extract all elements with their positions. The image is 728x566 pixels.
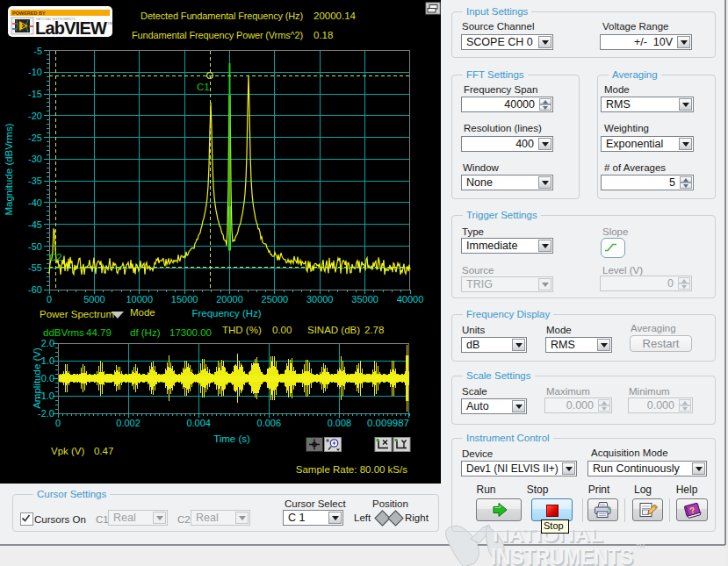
svg-text:POWERED BY: POWERED BY (12, 11, 46, 16)
svg-text:df (Hz): df (Hz) (130, 327, 161, 338)
svg-text:THD (%): THD (%) (222, 325, 262, 335)
svg-text:20000.14: 20000.14 (314, 11, 357, 21)
svg-text:ddBVrms: ddBVrms (43, 327, 84, 338)
svg-text:40000: 40000 (397, 294, 424, 304)
svg-text:Sample Rate: 80.00 kS/s: Sample Rate: 80.00 kS/s (296, 464, 407, 475)
svg-text:C2: C2 (49, 252, 62, 262)
svg-text:Fundamental Frequency Power (V: Fundamental Frequency Power (Vrms^2) (132, 30, 303, 40)
svg-text:Mode: Mode (130, 307, 155, 318)
svg-text:0.008: 0.008 (328, 418, 352, 428)
svg-text:10000: 10000 (126, 294, 154, 304)
svg-text:-45: -45 (28, 219, 42, 230)
svg-text:0: 0 (55, 418, 61, 428)
svg-text:0: 0 (47, 294, 52, 304)
svg-text:LabVIEW: LabVIEW (35, 18, 107, 38)
svg-text:-50: -50 (28, 241, 42, 252)
svg-text:Frequency (Hz): Frequency (Hz) (191, 308, 261, 319)
svg-text:0.47: 0.47 (94, 446, 113, 456)
svg-text:-10: -10 (28, 67, 42, 77)
svg-text:Detected Fundamental Frequency: Detected Fundamental Frequency (Hz) (141, 11, 303, 21)
svg-text:25000: 25000 (262, 294, 289, 304)
svg-text:0.009987: 0.009987 (367, 418, 409, 428)
svg-text:-15: -15 (28, 89, 42, 99)
svg-text:0.002: 0.002 (116, 418, 141, 428)
svg-text:0.004: 0.004 (186, 418, 211, 428)
svg-text:35000: 35000 (351, 294, 378, 304)
svg-text:2.78: 2.78 (364, 325, 384, 335)
svg-text:TM: TM (107, 21, 112, 25)
svg-text:-25: -25 (28, 133, 42, 143)
svg-text:0.0: 0.0 (41, 373, 54, 383)
svg-text:15000: 15000 (171, 294, 198, 304)
svg-text:Magnitude (dBVrms): Magnitude (dBVrms) (4, 123, 14, 215)
svg-text:0.18: 0.18 (314, 30, 333, 40)
svg-text:C1: C1 (197, 82, 210, 92)
svg-text:Power Spectrum: Power Spectrum (40, 309, 114, 319)
svg-text:-30: -30 (28, 154, 42, 164)
svg-text:2.0: 2.0 (41, 338, 54, 348)
svg-text:30000: 30000 (306, 294, 334, 304)
svg-text:20000: 20000 (216, 294, 243, 304)
svg-text:-20: -20 (28, 111, 42, 121)
svg-text:-60: -60 (28, 284, 42, 295)
svg-text:Time (s): Time (s) (213, 433, 250, 444)
svg-text:0.00: 0.00 (272, 325, 292, 335)
svg-text:Vpk (V): Vpk (V) (51, 446, 85, 456)
svg-text:17300.00: 17300.00 (169, 327, 212, 338)
svg-text:1.0: 1.0 (41, 355, 54, 366)
svg-text:-5: -5 (33, 46, 42, 56)
svg-text:-40: -40 (28, 197, 42, 208)
svg-text:-35: -35 (28, 176, 42, 186)
svg-text:SINAD (dB): SINAD (dB) (307, 325, 360, 335)
svg-text:44.79: 44.79 (86, 327, 112, 338)
svg-text:Amplitude (V): Amplitude (V) (32, 347, 42, 409)
svg-text:-2.0: -2.0 (38, 408, 54, 419)
svg-text:0.006: 0.006 (257, 418, 282, 428)
svg-text:5000: 5000 (83, 294, 105, 304)
svg-text:-55: -55 (28, 262, 42, 273)
